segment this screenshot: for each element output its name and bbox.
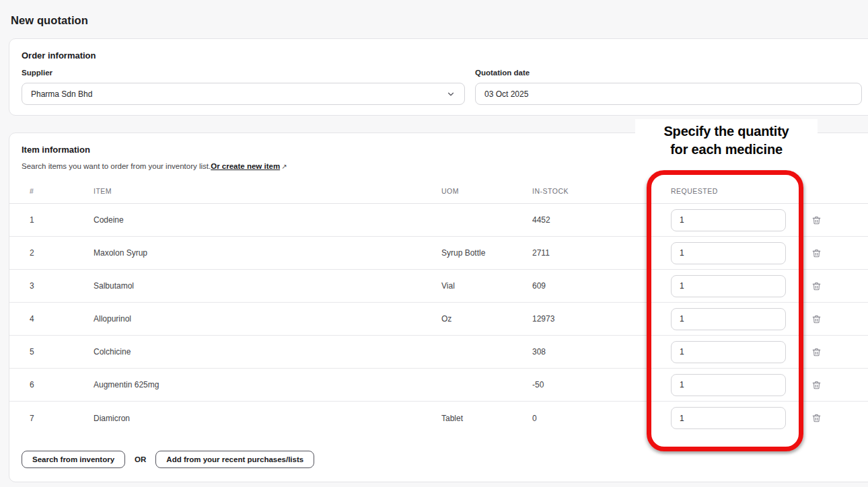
- requested-quantity-input[interactable]: [671, 407, 786, 429]
- item-in-stock: 2711: [532, 248, 671, 258]
- delete-item-button[interactable]: [810, 379, 823, 391]
- table-row: 3 Salbutamol Vial 609: [9, 270, 868, 303]
- delete-cell: [810, 412, 837, 424]
- item-in-stock: 0: [532, 414, 671, 423]
- delete-cell: [810, 247, 837, 260]
- delete-cell: [810, 280, 837, 293]
- delete-cell: [810, 214, 837, 227]
- item-in-stock: 609: [532, 281, 671, 291]
- item-information-card: Item information Search items you want t…: [9, 133, 868, 482]
- table-row: 2 Maxolon Syrup Syrup Bottle 2711: [9, 237, 868, 270]
- column-header-uom: UOM: [441, 187, 532, 195]
- requested-quantity-input[interactable]: [671, 374, 786, 396]
- row-number: 7: [30, 414, 94, 423]
- table-actions-row: Search from inventory OR Add from your r…: [22, 451, 868, 468]
- item-uom: Oz: [441, 314, 532, 324]
- requested-quantity-input[interactable]: [671, 275, 786, 297]
- requested-cell: [671, 209, 810, 231]
- item-information-title: Item information: [22, 145, 868, 155]
- supplier-selected-value: Pharma Sdn Bhd: [31, 89, 92, 99]
- requested-cell: [671, 275, 810, 297]
- supplier-label: Supplier: [22, 69, 465, 77]
- search-hint-text: Search items you want to order from your…: [22, 162, 211, 170]
- trash-icon: [811, 314, 822, 324]
- trash-icon: [811, 248, 822, 258]
- delete-cell: [810, 313, 837, 326]
- delete-cell: [810, 346, 837, 359]
- trash-icon: [811, 380, 822, 390]
- row-number: 5: [30, 347, 94, 357]
- row-number: 6: [30, 380, 94, 389]
- requested-cell: [671, 341, 810, 363]
- table-row: 7 Diamicron Tablet 0: [9, 402, 868, 435]
- item-uom: Tablet: [441, 414, 532, 423]
- trash-icon: [811, 413, 822, 423]
- chevron-down-icon: [446, 89, 456, 99]
- item-in-stock: 4452: [532, 215, 671, 225]
- quotation-date-label: Quotation date: [475, 69, 862, 77]
- item-name: Allopurinol: [94, 314, 441, 324]
- items-table: # ITEM UOM IN-STOCK REQUESTED 1 Codeine …: [9, 178, 868, 435]
- delete-item-button[interactable]: [810, 280, 823, 293]
- search-hint-line: Search items you want to order from your…: [22, 162, 868, 170]
- delete-item-button[interactable]: [810, 313, 823, 326]
- column-header-requested: REQUESTED: [671, 187, 810, 195]
- delete-item-button[interactable]: [810, 346, 823, 359]
- requested-quantity-input[interactable]: [671, 308, 786, 330]
- add-from-recent-button[interactable]: Add from your recent purchases/lists: [155, 451, 314, 468]
- requested-cell: [671, 374, 810, 396]
- column-header-item: ITEM: [94, 187, 441, 195]
- item-in-stock: 12973: [532, 314, 671, 324]
- item-name: Diamicron: [94, 414, 441, 423]
- requested-quantity-input[interactable]: [671, 242, 786, 264]
- table-row: 6 Augmentin 625mg -50: [9, 369, 868, 402]
- column-header-number: #: [30, 187, 94, 195]
- item-name: Codeine: [94, 215, 441, 225]
- item-name: Colchicine: [94, 347, 441, 357]
- requested-cell: [671, 407, 810, 429]
- row-number: 2: [30, 248, 94, 258]
- items-table-body: 1 Codeine 4452 2 Maxolon Syrup Syru: [9, 204, 868, 435]
- item-uom: Syrup Bottle: [441, 248, 532, 258]
- row-number: 3: [30, 281, 94, 291]
- item-in-stock: 308: [532, 347, 671, 357]
- delete-item-button[interactable]: [810, 214, 823, 227]
- delete-item-button[interactable]: [810, 247, 823, 260]
- order-information-title: Order information: [22, 50, 868, 61]
- page-title: New quotation: [0, 0, 868, 27]
- item-name: Augmentin 625mg: [94, 380, 441, 389]
- trash-icon: [811, 281, 822, 291]
- requested-cell: [671, 308, 810, 330]
- supplier-select[interactable]: Pharma Sdn Bhd: [22, 83, 465, 105]
- create-new-item-link[interactable]: Or create new item: [211, 162, 280, 170]
- new-quotation-page: New quotation Order information Supplier…: [0, 0, 868, 487]
- trash-icon: [811, 347, 822, 357]
- requested-quantity-input[interactable]: [671, 209, 786, 231]
- row-number: 1: [30, 215, 94, 225]
- delete-cell: [810, 379, 837, 391]
- row-number: 4: [30, 314, 94, 324]
- requested-cell: [671, 242, 810, 264]
- items-table-header: # ITEM UOM IN-STOCK REQUESTED: [9, 178, 868, 204]
- trash-icon: [811, 215, 822, 225]
- order-fields-row: Supplier Pharma Sdn Bhd Quotation date 0…: [22, 69, 862, 105]
- quotation-date-input[interactable]: 03 Oct 2025: [475, 83, 862, 105]
- delete-item-button[interactable]: [810, 412, 823, 424]
- table-row: 1 Codeine 4452: [9, 204, 868, 237]
- order-information-card: Order information Supplier Pharma Sdn Bh…: [9, 38, 868, 116]
- or-separator-label: OR: [135, 455, 146, 463]
- item-name: Maxolon Syrup: [94, 248, 441, 258]
- table-row: 5 Colchicine 308: [9, 336, 868, 369]
- quotation-date-field: Quotation date 03 Oct 2025: [475, 69, 862, 105]
- column-header-in-stock: IN-STOCK: [532, 187, 671, 195]
- quotation-date-value: 03 Oct 2025: [484, 89, 528, 99]
- search-from-inventory-button[interactable]: Search from inventory: [22, 451, 125, 468]
- external-link-arrow-icon: ↗: [281, 163, 287, 170]
- item-uom: Vial: [441, 281, 532, 291]
- item-name: Salbutamol: [94, 281, 441, 291]
- requested-quantity-input[interactable]: [671, 341, 786, 363]
- item-in-stock: -50: [532, 380, 671, 389]
- table-row: 4 Allopurinol Oz 12973: [9, 303, 868, 336]
- supplier-field: Supplier Pharma Sdn Bhd: [22, 69, 465, 105]
